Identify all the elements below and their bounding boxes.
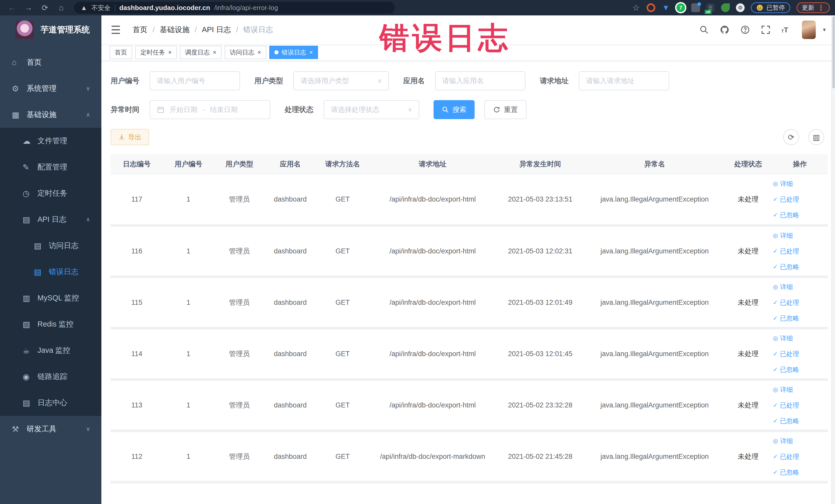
- sidebar-item-5[interactable]: ◷ 定时任务: [0, 180, 101, 206]
- action-ignored-link[interactable]: ✓已忽略: [773, 314, 799, 322]
- search-icon[interactable]: [699, 25, 709, 35]
- page-scrollbar[interactable]: [831, 15, 835, 504]
- extension-orange-ring-icon[interactable]: [647, 3, 655, 12]
- forward-icon[interactable]: →: [22, 3, 36, 12]
- action-ignored-link[interactable]: ✓已忽略: [773, 211, 799, 219]
- fullscreen-icon[interactable]: [761, 25, 771, 35]
- cell-user_type: 管理员: [214, 328, 265, 380]
- end-date-placeholder[interactable]: 结束日期: [210, 105, 238, 114]
- sidebar-item-7[interactable]: ▤ 访问日志: [0, 233, 101, 259]
- sidebar-item-14[interactable]: ⚒ 研发工具 ∨: [0, 416, 101, 442]
- address-bar[interactable]: ▲ 不安全 dashboard.yudao.iocoder.cn /infra/…: [74, 2, 395, 14]
- close-icon[interactable]: ×: [213, 49, 217, 56]
- tab-0[interactable]: 首页: [109, 46, 132, 59]
- extension-off-icon[interactable]: ☰off: [706, 3, 715, 12]
- sidebar-item-10[interactable]: ▧ Redis 监控: [0, 311, 101, 337]
- paused-badge[interactable]: 已暂停: [751, 2, 790, 13]
- action-detail-link[interactable]: ◎详细: [773, 180, 793, 188]
- sidebar-logo-row[interactable]: 芋道管理系统: [0, 15, 101, 44]
- export-button[interactable]: 导出: [110, 129, 149, 145]
- sidebar-item-3[interactable]: ☁ 文件管理: [0, 128, 101, 154]
- scrollbar-thumb[interactable]: [832, 16, 835, 88]
- bookmark-star-icon[interactable]: ☆: [632, 3, 640, 12]
- action-ignored-link[interactable]: ✓已忽略: [773, 417, 799, 425]
- reload-icon[interactable]: ⟳: [38, 3, 52, 13]
- sidebar-item-11[interactable]: ☕ Java 监控: [0, 337, 101, 364]
- hamburger-icon[interactable]: ☰: [110, 23, 121, 37]
- action-label: 详细: [780, 334, 793, 343]
- cell-user_id: 1: [163, 174, 214, 225]
- search-icon: [442, 106, 449, 113]
- avatar-caret-down-icon[interactable]: ▾: [823, 26, 826, 33]
- process-status-select[interactable]: 请选择处理状态 ∨: [324, 100, 419, 119]
- close-icon[interactable]: ×: [258, 49, 261, 56]
- sidebar-item-6[interactable]: ▤ API 日志 ∧: [0, 206, 101, 233]
- date-range-picker[interactable]: 开始日期 - 结束日期: [150, 100, 270, 119]
- extension-grid-icon[interactable]: [691, 3, 700, 12]
- action-processed-link[interactable]: ✓已处理: [773, 401, 799, 409]
- cell-time: 2021-05-02 21:45:28: [496, 431, 585, 482]
- extension-leaf-icon[interactable]: [721, 3, 730, 12]
- cell-time: 2021-05-03 12:01:49: [496, 277, 585, 328]
- user-avatar[interactable]: [802, 21, 816, 39]
- sidebar-item-12[interactable]: ◉ 链路追踪: [0, 364, 101, 390]
- action-processed-link[interactable]: ✓已处理: [773, 350, 799, 358]
- start-date-placeholder[interactable]: 开始日期: [170, 105, 197, 114]
- action-detail-link[interactable]: ◎详细: [773, 437, 793, 445]
- back-icon[interactable]: ←: [5, 3, 19, 12]
- sidebar-item-2[interactable]: ▦ 基础设施 ∧: [0, 102, 101, 128]
- sidebar-menu: ⌂ 首页 ⚙ 系统管理 ∨ ▦ 基础设施 ∧ ☁ 文件管理 ✎ 配置管理 ◷ 定…: [0, 49, 101, 442]
- reset-button[interactable]: 重置: [484, 100, 527, 119]
- action-ignored-link[interactable]: ✓已忽略: [773, 263, 799, 271]
- action-ignored-link[interactable]: ✓已忽略: [773, 468, 799, 477]
- action-detail-link[interactable]: ◎详细: [773, 231, 793, 240]
- tab-1[interactable]: 定时任务 ×: [135, 46, 177, 59]
- action-label: 详细: [780, 231, 793, 240]
- breadcrumb-item-0[interactable]: 首页: [133, 25, 147, 35]
- file-icon: ☁: [23, 136, 38, 146]
- refresh-table-button[interactable]: ⟳: [783, 129, 799, 145]
- sidebar-item-0[interactable]: ⌂ 首页: [0, 49, 101, 76]
- help-icon[interactable]: [740, 25, 750, 35]
- column-settings-button[interactable]: ▥: [808, 129, 824, 145]
- close-icon[interactable]: ×: [168, 49, 172, 56]
- app-name-input[interactable]: 请输入应用名: [435, 72, 526, 90]
- extensions-puzzle-icon[interactable]: ⚙: [736, 3, 745, 12]
- date-separator: -: [203, 106, 205, 114]
- action-processed-link[interactable]: ✓已处理: [773, 247, 799, 256]
- action-detail-link[interactable]: ◎详细: [773, 385, 793, 394]
- tab-2[interactable]: 调度日志 ×: [180, 46, 222, 59]
- extension-blue-shield-icon[interactable]: ▼: [661, 3, 670, 12]
- close-icon[interactable]: ×: [309, 49, 313, 56]
- cell-actions: ◎详细✓已处理✓已忽略: [772, 431, 828, 482]
- search-button[interactable]: 搜索: [433, 100, 475, 119]
- font-size-icon[interactable]: T T: [781, 25, 791, 35]
- address-divider: [115, 4, 115, 11]
- tab-3[interactable]: 访问日志 ×: [225, 46, 266, 59]
- cell-exception: java.lang.IllegalArgumentException: [585, 431, 725, 482]
- user-type-label: 用户类型: [254, 76, 283, 86]
- breadcrumb-item-1[interactable]: 基础设施: [160, 25, 190, 35]
- github-icon[interactable]: [720, 25, 730, 35]
- action-detail-link[interactable]: ◎详细: [773, 334, 793, 343]
- filter-request-url: 请求地址 请输入请求地址: [540, 72, 669, 90]
- home-icon[interactable]: ⌂: [55, 3, 68, 12]
- update-button[interactable]: 更新 ⋮: [796, 2, 830, 13]
- extension-green-badge-icon[interactable]: 7: [676, 3, 685, 12]
- action-ignored-link[interactable]: ✓已忽略: [773, 365, 799, 374]
- sidebar-item-8[interactable]: ▤ 错误日志: [0, 259, 101, 285]
- sidebar-item-4[interactable]: ✎ 配置管理: [0, 154, 101, 180]
- sidebar-item-9[interactable]: ▥ MySQL 监控: [0, 285, 101, 311]
- request-url-input[interactable]: 请输入请求地址: [579, 72, 669, 90]
- action-processed-link[interactable]: ✓已处理: [773, 195, 799, 204]
- user-type-select[interactable]: 请选择用户类型 ∨: [293, 72, 389, 90]
- action-processed-link[interactable]: ✓已处理: [773, 452, 799, 461]
- sidebar-item-13[interactable]: ▤ 日志中心: [0, 390, 101, 416]
- tab-4[interactable]: 错误日志 ×: [269, 46, 318, 59]
- sidebar-item-1[interactable]: ⚙ 系统管理 ∨: [0, 76, 101, 102]
- action-processed-link[interactable]: ✓已处理: [773, 298, 799, 307]
- kebab-menu-icon[interactable]: ⋮: [817, 4, 824, 12]
- action-detail-link[interactable]: ◎详细: [773, 283, 793, 291]
- breadcrumb-item-2[interactable]: API 日志: [202, 25, 231, 35]
- user-id-input[interactable]: 请输入用户编号: [150, 72, 240, 90]
